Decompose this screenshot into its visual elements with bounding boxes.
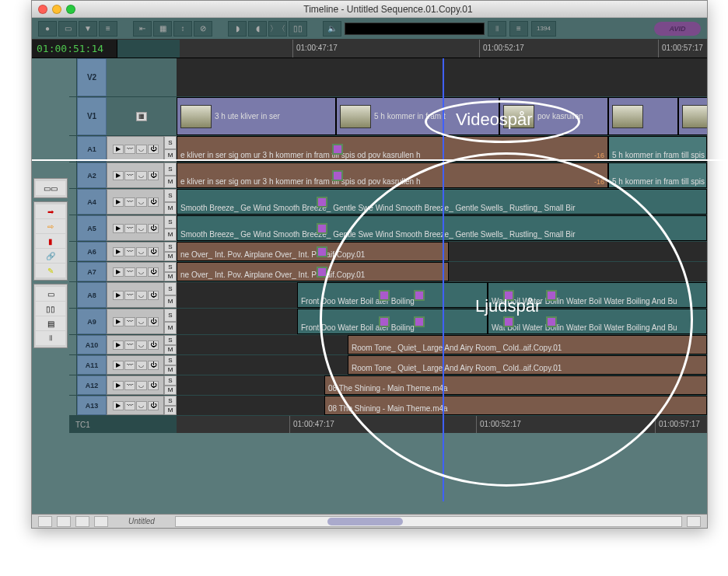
menu-button[interactable]: ≡ [99,21,117,37]
in-button[interactable]: ◗ [228,21,247,37]
audio-clip[interactable]: e kliver in ser sig om ur 3 h kommer in … [177,136,608,162]
frame-button[interactable]: 1394 [531,21,556,37]
tool-view1-icon[interactable]: ▭ [36,287,65,301]
audio-clip[interactable]: Smooth Breeze_ Ge Wind Smooth Breeze_ Ge… [177,215,707,241]
track-label-a2[interactable]: A2 [77,162,107,188]
keyframe-icon[interactable] [414,290,425,301]
keyframe-icon[interactable] [317,223,327,234]
track-label-a6[interactable]: A6 [77,242,107,261]
audio-clip[interactable]: Smooth Breeze_ Ge Wind Smooth Breeze_ Ge… [177,189,707,215]
audio-clip[interactable]: Front Doo Water Boil ater Boiling [297,282,488,308]
track-content-a2[interactable]: e kliver in ser sig om ur 3 h kommer in … [177,162,707,188]
keyframe-icon[interactable] [317,246,327,257]
video-clip[interactable]: pov kasrullen [499,97,608,135]
track-content-a1[interactable]: e kliver in ser sig om ur 3 h kommer in … [177,136,707,162]
keyframe-icon[interactable] [379,290,390,301]
mute-button[interactable]: M [164,176,177,189]
pause-button[interactable]: ▯▯ [289,21,307,37]
track-label-a11[interactable]: A11 [77,355,107,375]
track-label-a12[interactable]: A12 [77,375,107,395]
sequence-tab[interactable]: Untitled [113,517,170,525]
power-icon[interactable]: ⏻ [148,171,159,180]
scroll-thumb[interactable] [327,518,404,525]
keyframe-icon[interactable] [317,197,327,208]
speaker-icon[interactable]: 🔈 [323,21,341,37]
track-content-v1[interactable]: 3 h ute kliver in ser 5 h kommer in fram… [177,97,707,135]
keyframe-icon[interactable] [317,267,327,278]
audio-clip[interactable]: Room Tone_ Quiet_ Large And Airy Room_ C… [348,335,707,354]
track-content-v2[interactable] [177,58,707,96]
track-label-a8[interactable]: A8 [77,282,107,308]
track-label-a7[interactable]: A7 [77,262,107,281]
level-icon[interactable]: 〰 [124,145,135,154]
tool-view3-icon[interactable]: ▤ [36,316,65,330]
scroll-right-button[interactable] [687,516,701,527]
tool-record-icon[interactable]: ▮ [36,234,65,248]
keyframe-icon[interactable] [503,290,514,301]
audio-clip[interactable]: 5 h kommer in fram till spis oc [608,162,707,188]
minimize-icon[interactable] [52,5,61,14]
top-ruler[interactable]: 01:00:47:17 01:00:52:17 01:00:57:17 [180,40,707,58]
audio-clip[interactable]: Front Doo Water Boil ater Boiling [297,309,488,334]
out-left-button[interactable]: ◖ [248,21,267,37]
audio-clip[interactable]: 08 The Shining - Main Theme.m4a [324,375,707,395]
keyframe-icon[interactable] [332,144,343,155]
view-button[interactable]: ▭ [58,21,77,37]
track-selector[interactable] [69,58,77,96]
record-button[interactable]: ● [38,21,57,37]
track-label-a4[interactable]: A4 [77,189,107,215]
close-icon[interactable] [38,5,47,14]
audio-clip[interactable]: e kliver in ser sig om ur 3 h kommer in … [177,162,608,188]
stat-btn[interactable] [57,516,71,527]
audio-clip[interactable]: Wat Boil Water Boilin Water Boil Water B… [488,309,707,334]
video-clip[interactable] [608,97,678,135]
horizontal-scrollbar[interactable] [175,516,682,527]
solo-button[interactable]: S [164,136,177,149]
tool-link-icon[interactable]: 🔗 [36,249,65,263]
mute-button[interactable]: M [164,149,177,162]
rewind-button[interactable]: ⇤ [133,21,152,37]
audio-clip[interactable]: ne Over_ Int. Pov. Airplane Over_ Int. P… [177,242,449,261]
video-clip[interactable]: 5 h kommer [678,97,707,135]
track-label-a1[interactable]: A1 [77,136,107,162]
track-label-v1[interactable]: V1 [77,97,107,135]
stat-btn[interactable] [38,516,52,527]
track-label-a10[interactable]: A10 [77,335,107,354]
tool-view4-icon[interactable]: ⫴ [36,331,65,345]
track-selector[interactable] [69,136,77,162]
keyframe-icon[interactable] [379,316,390,327]
tool-segments-icon[interactable]: ▭▭ [36,181,65,195]
solo-button[interactable]: S [164,162,177,176]
tool-arrow-red-icon[interactable]: ➡ [36,204,65,218]
track-selector[interactable] [69,97,77,135]
track-label-a13[interactable]: A13 [77,396,107,415]
zoom-icon[interactable] [66,5,75,14]
track-selector[interactable] [69,189,77,215]
track-label-v2[interactable]: V2 [77,58,107,96]
stat-btn[interactable] [94,516,108,527]
pan-icon[interactable]: ◡ [136,171,147,180]
audio-clip[interactable]: Wat Boil Water Boilin Water Boil Water B… [488,282,707,308]
track-selector[interactable] [69,162,77,188]
levels-button[interactable]: ⦀ [488,21,506,37]
waveform-icon[interactable]: ▶ [113,145,124,154]
audio-clip[interactable]: ne Over_ Int. Pov. Airplane Over_ Int. P… [177,262,449,281]
clear-button[interactable]: ⊘ [194,21,212,37]
list-button[interactable]: ≡ [509,21,528,37]
audio-clip[interactable]: Room Tone_ Quiet_ Large And Airy Room_ C… [348,355,707,375]
film-button[interactable]: ▦ [153,21,172,37]
keyframe-icon[interactable] [332,170,343,181]
track-label-a5[interactable]: A5 [77,215,107,241]
mark-button[interactable]: ↕ [173,21,192,37]
out-button[interactable]: 〉〈 [268,21,287,37]
track-content-a4[interactable]: Smooth Breeze_ Ge Wind Smooth Breeze_ Ge… [177,189,707,215]
tool-marker-icon[interactable]: ✎ [36,264,65,278]
keyframe-icon[interactable] [414,316,425,327]
keyframe-icon[interactable] [503,316,514,327]
dropdown-button[interactable]: ▼ [79,21,97,37]
tool-arrow-orange-icon[interactable]: ⇨ [36,219,65,233]
keyframe-icon[interactable] [546,316,557,327]
stat-btn[interactable] [75,516,89,527]
current-timecode[interactable]: 01:00:51:14 [32,40,117,58]
power-icon[interactable]: ⏻ [148,145,159,154]
